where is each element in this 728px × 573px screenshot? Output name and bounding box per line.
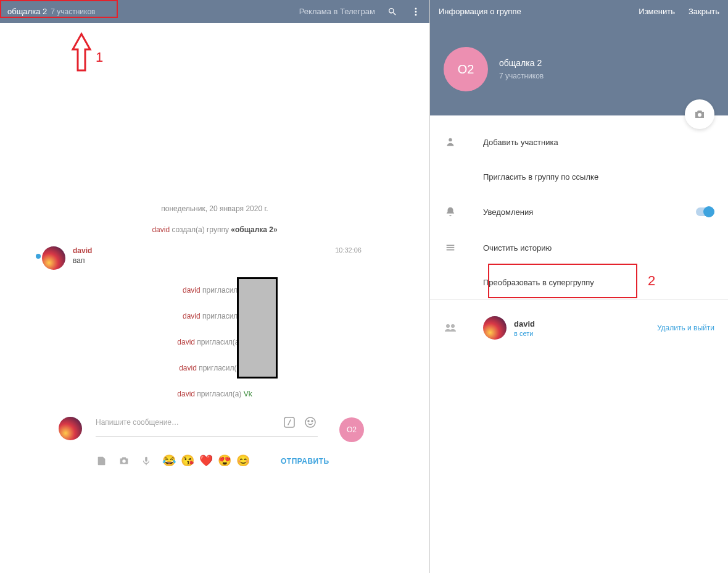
chat-panel: общалка 2 7 участников Реклама в Телегра… (0, 0, 430, 573)
invite-2: david пригласил(а) Vk (0, 329, 429, 355)
invite-link-item[interactable]: Пригласить в группу по ссылке (430, 160, 728, 194)
group-avatar[interactable]: О2 (444, 47, 488, 91)
svg-point-6 (312, 420, 313, 422)
bell-icon (444, 206, 457, 217)
close-button[interactable]: Закрыть (689, 7, 719, 16)
message-text: вап (73, 256, 92, 265)
emoji-icon[interactable] (303, 415, 318, 430)
emoji-3[interactable]: 😍 (218, 454, 231, 467)
message-row: david вап 10:32:06 (42, 246, 429, 270)
svg-point-14 (446, 324, 450, 328)
svg-point-9 (698, 113, 701, 117)
message-time: 10:32:06 (335, 246, 362, 254)
svg-point-7 (122, 459, 125, 462)
chat-body: понедельник, 20 января 2020 г. david соз… (0, 23, 429, 573)
member-status: в сети (514, 330, 535, 337)
delete-and-leave-button[interactable]: Удалить и выйти (657, 324, 714, 332)
item-label: Пригласить в группу по ссылке (483, 172, 598, 182)
svg-point-10 (449, 138, 452, 141)
svg-rect-8 (145, 457, 147, 462)
search-icon[interactable] (386, 6, 399, 18)
group-members-count: 7 участников (499, 72, 544, 80)
add-member-item[interactable]: Добавить участника (430, 124, 728, 160)
message-sender: david (73, 246, 92, 255)
svg-rect-12 (447, 247, 455, 248)
avatar[interactable] (42, 246, 65, 270)
item-label: Преобразовать в супергруппу (483, 278, 594, 287)
redacted-block (237, 277, 278, 379)
emoji-1[interactable]: 😘 (181, 454, 194, 467)
send-button[interactable]: ОТПРАВИТЬ (281, 457, 329, 466)
chat-title[interactable]: общалка 2 7 участников (7, 7, 95, 16)
convert-supergroup-item[interactable]: Преобразовать в супергруппу (430, 266, 728, 299)
svg-point-4 (305, 417, 315, 427)
item-label: Уведомления (483, 207, 533, 217)
group-name: общалка 2 (499, 58, 544, 68)
people-icon (444, 324, 457, 332)
member-avatar[interactable] (483, 316, 507, 340)
edit-button[interactable]: Изменить (639, 7, 675, 16)
more-icon[interactable] (410, 6, 422, 18)
emoji-0[interactable]: 😂 (162, 454, 176, 467)
system-actor: david (152, 225, 170, 234)
group-avatar-badge[interactable]: О2 (339, 417, 364, 442)
emoji-2[interactable]: ❤️ (199, 454, 213, 467)
person-icon (444, 136, 457, 148)
member-name: david (514, 319, 535, 328)
svg-rect-13 (447, 249, 455, 251)
slash-command-icon[interactable] (282, 415, 297, 430)
menu-icon (444, 242, 457, 253)
attach-file-icon[interactable] (96, 454, 108, 467)
info-header: Информация о группе Изменить Закрыть (430, 0, 728, 23)
ad-link[interactable]: Реклама в Телеграм (299, 7, 375, 16)
members-list: david в сети Удалить и выйти (430, 311, 728, 345)
chat-header: общалка 2 7 участников Реклама в Телегра… (0, 0, 429, 23)
system-group: «общалка 2» (231, 225, 277, 234)
svg-point-5 (308, 420, 309, 422)
emoji-quick-row: 😂 😘 ❤️ 😍 😊 (162, 454, 250, 467)
chat-group-name: общалка 2 (7, 7, 47, 16)
online-indicator (36, 254, 41, 259)
svg-rect-11 (447, 245, 455, 246)
member-row: david в сети Удалить и выйти (430, 311, 728, 345)
composer-toolbar: 😂 😘 ❤️ 😍 😊 (96, 454, 250, 467)
clear-history-item[interactable]: Очистить историю (430, 230, 728, 266)
invite-1: david пригласил(а) (0, 303, 429, 329)
svg-point-1 (415, 10, 417, 12)
svg-point-2 (415, 14, 417, 15)
system-created: david создал(а) группу «общалка 2» (0, 225, 429, 234)
info-title: Информация о группе (439, 7, 521, 16)
item-label: Очистить историю (483, 243, 552, 253)
mic-icon[interactable] (140, 454, 152, 467)
camera-icon[interactable] (118, 454, 130, 467)
info-actions-list: Добавить участника Пригласить в группу п… (430, 115, 728, 300)
invite-3: david пригласил(а) м (0, 355, 429, 381)
system-verb: создал(а) группу (172, 225, 229, 234)
invites-block: david пригласил(а) david пригласил(а) da… (0, 277, 429, 407)
notifications-item[interactable]: Уведомления (430, 194, 728, 230)
item-label: Добавить участника (483, 138, 558, 147)
chat-members-count: 7 участников (51, 7, 95, 16)
composer (96, 415, 318, 437)
composer-avatar[interactable] (59, 417, 82, 440)
svg-point-15 (451, 324, 455, 328)
emoji-4[interactable]: 😊 (236, 454, 250, 467)
date-separator: понедельник, 20 января 2020 г. (0, 204, 429, 213)
invite-0: david пригласил(а) (0, 277, 429, 303)
composer-input[interactable] (96, 418, 282, 427)
svg-point-0 (415, 7, 417, 9)
invite-4: david пригласил(а) Vk (0, 381, 429, 407)
group-profile: О2 общалка 2 7 участников (430, 23, 728, 115)
group-info-panel: Информация о группе Изменить Закрыть О2 … (430, 0, 728, 573)
notifications-toggle[interactable] (696, 207, 714, 216)
